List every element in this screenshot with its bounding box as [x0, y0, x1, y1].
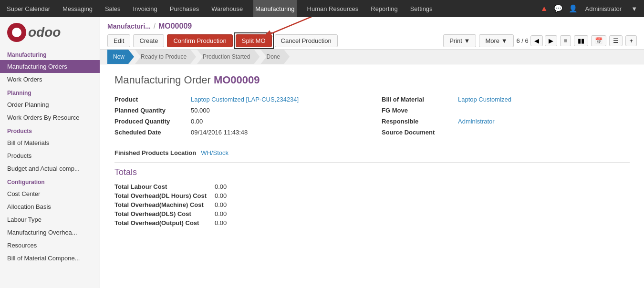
product-label: Product	[114, 96, 186, 103]
status-done[interactable]: Done	[260, 50, 290, 64]
scheduled-date-value: 09/14/2016 11:43:48	[191, 129, 248, 136]
overhead-machine-value: 0.00	[215, 201, 253, 208]
sidebar-item-bill-of-materials[interactable]: Bill of Materials	[0, 136, 100, 149]
status-ready[interactable]: Ready to Produce	[135, 50, 196, 64]
sidebar: odoo Manufacturing Manufacturing Orders …	[0, 17, 100, 288]
nav-warehouse[interactable]: Warehouse	[209, 0, 245, 17]
produced-qty-label: Produced Quantity	[114, 118, 186, 125]
breadcrumb: Manufacturi... / MO00009	[100, 17, 644, 32]
kanban-view-button[interactable]: ▮▮	[574, 35, 588, 46]
user-menu[interactable]: Administrator	[583, 0, 624, 17]
status-new[interactable]: New	[107, 50, 134, 64]
sidebar-item-manufacturing-orders[interactable]: Manufacturing Orders	[0, 60, 100, 73]
sidebar-item-manufacturing-overhead[interactable]: Manufacturing Overhea...	[0, 226, 100, 239]
sidebar-item-resources[interactable]: Resources	[0, 239, 100, 252]
odoo-wordmark: odoo	[28, 25, 61, 40]
fg-move-field: FG Move	[382, 107, 630, 114]
nav-manufacturing[interactable]: Manufacturing	[253, 0, 296, 17]
produced-qty-value: 0.00	[191, 118, 203, 125]
finished-location-field: Finished Products Location WH/Stock	[114, 149, 630, 156]
logo-circle	[7, 23, 26, 42]
nav-super-calendar[interactable]: Super Calendar	[5, 0, 52, 17]
toolbar: Edit Create Confirm Production Split MO …	[100, 32, 644, 50]
more-button[interactable]: More ▼	[479, 34, 513, 47]
edit-button[interactable]: Edit	[107, 34, 130, 47]
form-right-column: Bill of Material Laptop Customized FG Mo…	[382, 96, 630, 140]
responsible-value[interactable]: Administrator	[458, 118, 495, 125]
planned-qty-field: Planned Quantity 50.000	[114, 107, 363, 114]
chat-icon[interactable]: 💬	[554, 4, 563, 13]
status-bar: New Ready to Produce Production Started …	[100, 50, 644, 64]
add-view-button[interactable]: +	[625, 35, 637, 46]
sidebar-item-bom-component[interactable]: Bill of Material Compone...	[0, 252, 100, 265]
responsible-label: Responsible	[382, 118, 453, 125]
section-configuration: Configuration	[0, 175, 100, 187]
overhead-output-label: Total Overhead(Output) Cost	[114, 219, 210, 226]
sidebar-item-work-orders-resource[interactable]: Work Orders By Resource	[0, 111, 100, 124]
fg-move-label: FG Move	[382, 107, 453, 114]
sidebar-item-labour-type[interactable]: Labour Type	[0, 213, 100, 226]
totals-title: Totals	[114, 167, 630, 177]
breadcrumb-separator: /	[154, 22, 156, 30]
page-navigation: 6 / 6 ◀ ▶	[517, 35, 557, 46]
gantt-view-button[interactable]: ☰	[609, 35, 623, 46]
labour-cost-value: 0.00	[215, 183, 253, 190]
main-layout: odoo Manufacturing Manufacturing Orders …	[0, 17, 644, 288]
section-products: Products	[0, 124, 100, 136]
user-dropdown-icon[interactable]: ▼	[629, 0, 639, 17]
nav-messaging[interactable]: Messaging	[61, 0, 94, 17]
create-button[interactable]: Create	[133, 34, 164, 47]
nav-reporting[interactable]: Reporting	[369, 0, 399, 17]
sidebar-item-order-planning[interactable]: Order Planning	[0, 98, 100, 111]
toolbar-right: Print ▼ More ▼ 6 / 6 ◀ ▶ ≡ ▮▮ 📅 ☰ +	[443, 34, 637, 47]
prev-page-button[interactable]: ◀	[530, 35, 543, 46]
form-grid: Product Laptop Customized [LAP-CUS,23423…	[114, 96, 630, 140]
source-doc-field: Source Document	[382, 129, 630, 136]
print-button[interactable]: Print ▼	[443, 34, 476, 47]
overhead-dls-value: 0.00	[215, 210, 253, 217]
planned-qty-value: 50.000	[191, 107, 210, 114]
page-info: 6 / 6	[517, 37, 529, 44]
bom-field: Bill of Material Laptop Customized	[382, 96, 630, 103]
bom-label: Bill of Material	[382, 96, 453, 103]
nav-purchases[interactable]: Purchases	[168, 0, 201, 17]
top-nav-right: ▲ 💬 👤 Administrator ▼	[540, 0, 639, 17]
cancel-production-button[interactable]: Cancel Production	[275, 34, 338, 47]
scheduled-date-field: Scheduled Date 09/14/2016 11:43:48	[114, 129, 363, 136]
sidebar-item-allocation-basis[interactable]: Allocation Basis	[0, 200, 100, 213]
finished-location-label: Finished Products Location	[114, 149, 196, 156]
overhead-dls-label: Total Overhead(DLS) Cost	[114, 210, 210, 217]
totals-grid: Total Labour Cost 0.00 Total Overhead(DL…	[114, 183, 630, 226]
scheduled-date-label: Scheduled Date	[114, 129, 186, 136]
finished-location-value[interactable]: WH/Stock	[201, 149, 229, 156]
bom-value[interactable]: Laptop Customized	[458, 96, 511, 103]
split-mo-wrapper: Split MO	[236, 34, 272, 47]
sidebar-item-work-orders[interactable]: Work Orders	[0, 73, 100, 86]
breadcrumb-parent[interactable]: Manufacturi...	[107, 22, 151, 30]
calendar-view-button[interactable]: 📅	[591, 35, 606, 46]
nav-sales[interactable]: Sales	[103, 0, 123, 17]
sidebar-item-cost-center[interactable]: Cost Center	[0, 187, 100, 200]
top-navigation: Super Calendar Messaging Sales Invoicing…	[0, 0, 644, 17]
overhead-output-value: 0.00	[215, 219, 253, 226]
list-view-button[interactable]: ≡	[560, 35, 571, 46]
sidebar-item-products[interactable]: Products	[0, 149, 100, 162]
product-field: Product Laptop Customized [LAP-CUS,23423…	[114, 96, 363, 103]
split-mo-button[interactable]: Split MO	[236, 34, 272, 47]
sidebar-item-budget-actual[interactable]: Budget and Actual comp...	[0, 162, 100, 175]
status-started[interactable]: Production Started	[197, 50, 260, 64]
section-divider	[114, 162, 630, 163]
nav-invoicing[interactable]: Invoicing	[131, 0, 159, 17]
alert-icon[interactable]: ▲	[540, 4, 548, 13]
logo-area: odoo	[0, 17, 100, 48]
confirm-production-button[interactable]: Confirm Production	[167, 34, 232, 47]
nav-settings[interactable]: Settings	[408, 0, 435, 17]
next-page-button[interactable]: ▶	[545, 35, 557, 46]
responsible-field: Responsible Administrator	[382, 118, 630, 125]
product-value[interactable]: Laptop Customized [LAP-CUS,234234]	[191, 96, 299, 103]
produced-qty-field: Produced Quantity 0.00	[114, 118, 363, 125]
overhead-machine-label: Total Overhead(Machine) Cost	[114, 201, 210, 208]
nav-human-resources[interactable]: Human Resources	[305, 0, 361, 17]
logo-inner	[12, 28, 21, 37]
overhead-dl-value: 0.00	[215, 192, 253, 199]
